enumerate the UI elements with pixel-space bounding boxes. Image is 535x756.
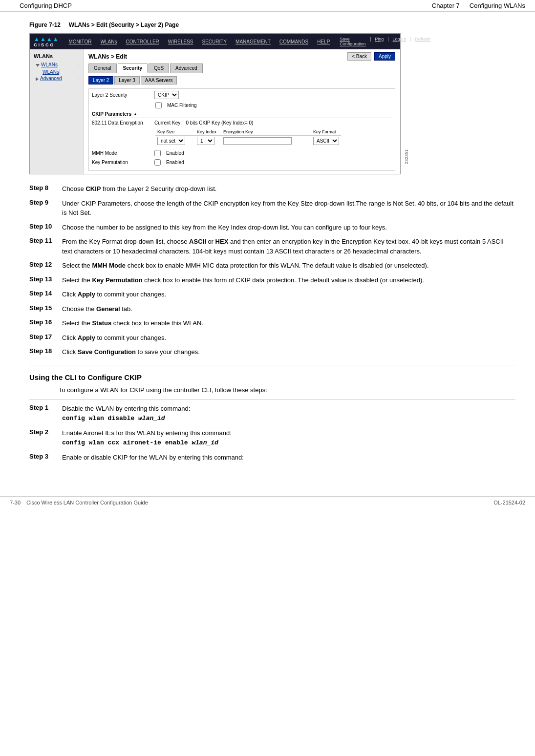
ss-form: Layer 2 Security CKIP MAC Filtering CKIP…: [88, 88, 395, 171]
cli-heading: Using the CLI to Configure CKIP: [29, 373, 515, 381]
save-config-link[interactable]: Save Configuration: [340, 37, 366, 46]
tab-security[interactable]: Security: [118, 63, 148, 73]
nav-wlans[interactable]: WLANs: [99, 38, 119, 45]
chapter-label: Chapter 7: [432, 2, 460, 9]
data-encryption-label: 802.11 Data Encryption: [92, 120, 150, 126]
key-index-header: Key Index: [187, 128, 218, 136]
step-10-label: Step 10: [29, 223, 56, 230]
key-format-header: Key Format: [294, 128, 341, 136]
key-format-select[interactable]: ASCII HEX: [313, 137, 339, 145]
steps-section: Step 8 Choose CKIP from the Layer 2 Secu…: [29, 184, 515, 357]
cli-step-1: Step 1 Disable the WLAN by entering this…: [29, 404, 515, 423]
cli-step-1-label: Step 1: [29, 404, 56, 411]
nav-monitor[interactable]: MONITOR: [67, 38, 94, 45]
nav-help[interactable]: HELP: [315, 38, 332, 45]
mac-filtering-checkbox[interactable]: [155, 102, 162, 108]
back-button[interactable]: < Back: [347, 52, 371, 61]
sidebar-item-advanced[interactable]: Advanced: [40, 76, 79, 81]
cli-step-3-text: Enable or disable CKIP for the WLAN by e…: [62, 453, 515, 462]
ss-inner-tabs: Layer 2 Layer 3 AAA Servers: [88, 76, 395, 84]
sidebar-item-wlans[interactable]: WLANs: [41, 62, 79, 67]
key-permutation-enabled-label: Enabled: [166, 160, 184, 165]
step-8-text: Choose CKIP from the Layer 2 Security dr…: [62, 184, 515, 194]
key-size-select[interactable]: not set: [157, 137, 185, 145]
step-11-text: From the Key Format drop-down list, choo…: [62, 237, 515, 256]
encryption-key-input[interactable]: [223, 137, 292, 145]
step-13-label: Step 13: [29, 275, 56, 283]
key-index-cell: 1: [187, 136, 218, 147]
step-13: Step 13 Select the Key Permutation check…: [29, 275, 515, 285]
step-14-text: Click Apply to commit your changes.: [62, 290, 515, 299]
ckip-params-help-icon[interactable]: ▲: [133, 112, 137, 116]
footer-right: OL-21524-02: [493, 500, 525, 505]
step-8-label: Step 8: [29, 184, 56, 191]
inner-tab-aaa[interactable]: AAA Servers: [141, 76, 177, 84]
step-14-label: Step 14: [29, 290, 56, 297]
step-9-text: Under CKIP Parameters, choose the length…: [62, 199, 515, 218]
current-key-info: Current Key: 0 bits CKIP Key (Key Index=…: [154, 120, 253, 126]
cli-step-2-text: Enable Aironet IEs for this WLAN by ente…: [62, 428, 515, 448]
step-9: Step 9 Under CKIP Parameters, choose the…: [29, 199, 515, 218]
step-8: Step 8 Choose CKIP from the Layer 2 Secu…: [29, 184, 515, 194]
layer2-security-label: Layer 2 Security: [92, 92, 150, 98]
figure-caption: Figure 7-12 WLANs > Edit (Security > Lay…: [29, 21, 515, 28]
nav-controller[interactable]: CONTROLLER: [124, 38, 161, 45]
step-17: Step 17 Click Apply to commit your chang…: [29, 333, 515, 343]
key-permutation-label: Key Permutation: [92, 160, 150, 165]
key-permutation-checkbox[interactable]: [154, 159, 161, 166]
cli-section: Using the CLI to Configure CKIP To confi…: [29, 373, 515, 462]
mmh-mode-label: MMH Mode: [92, 150, 150, 156]
ss-content: WLANs WLANs WLANs Advanced: [30, 49, 400, 174]
cisco-logo: ▲▲▲▲ CISCO: [34, 36, 59, 47]
inner-tab-layer2[interactable]: Layer 2: [88, 76, 113, 84]
refresh-link[interactable]: Refresh: [415, 37, 430, 46]
step-14: Step 14 Click Apply to commit your chang…: [29, 290, 515, 299]
chapter-title: Configuring WLANs: [470, 2, 525, 9]
ping-link[interactable]: Ping: [375, 37, 384, 46]
layer2-security-select[interactable]: CKIP: [154, 91, 179, 99]
ckip-params-title: CKIP Parameters ▲: [92, 111, 392, 118]
tab-general[interactable]: General: [88, 63, 117, 73]
encryption-key-header: Encryption Key: [218, 128, 294, 136]
step-15: Step 15 Choose the General tab.: [29, 304, 515, 314]
cli-step-2-label: Step 2: [29, 428, 56, 436]
step-18-label: Step 18: [29, 347, 56, 355]
tab-qos[interactable]: QoS: [149, 63, 169, 73]
key-size-cell: not set: [155, 136, 187, 147]
nav-wireless[interactable]: WIRELESS: [166, 38, 195, 45]
step-18: Step 18 Click Save Configuration to save…: [29, 347, 515, 357]
section-divider: [29, 365, 515, 365]
logout-link[interactable]: Logout: [393, 37, 407, 46]
mac-filtering-row: MAC Filtering: [155, 102, 392, 108]
sidebar-item-wlans-sub[interactable]: WLANs: [43, 69, 60, 75]
breadcrumb-left: Configuring DHCP: [20, 2, 72, 9]
key-table-row: not set 1: [155, 136, 341, 147]
step-15-text: Choose the General tab.: [62, 304, 515, 314]
step-16-text: Select the Status check box to enable th…: [62, 318, 515, 328]
step-12-label: Step 12: [29, 261, 56, 268]
nav-right: Save Configuration | Ping | Logout | Ref…: [340, 37, 430, 46]
key-size-header: Key Size: [155, 128, 187, 136]
mmh-enabled-label: Enabled: [166, 150, 184, 156]
mac-filtering-label: MAC Filtering: [167, 103, 197, 108]
wlans-expand-icon: [36, 64, 40, 67]
cisco-nav: ▲▲▲▲ CISCO MONITOR WLANs CONTROLLER WIRE…: [30, 34, 400, 49]
page-footer: 7-30 Cisco Wireless LAN Controller Confi…: [0, 496, 535, 508]
mmh-mode-checkbox[interactable]: [154, 150, 161, 156]
footer-guide-title: Cisco Wireless LAN Controller Configurat…: [26, 500, 148, 505]
nav-commands[interactable]: COMMANDS: [278, 38, 310, 45]
cli-divider: [29, 399, 515, 400]
step-12: Step 12 Select the MMH Mode check box to…: [29, 261, 515, 271]
nav-security[interactable]: SECURITY: [200, 38, 229, 45]
step-11-label: Step 11: [29, 237, 56, 244]
advanced-expand-icon: [36, 77, 39, 81]
layer2-security-row: Layer 2 Security CKIP: [92, 91, 392, 99]
nav-management[interactable]: MANAGEMENT: [234, 38, 273, 45]
tab-advanced[interactable]: Advanced: [170, 63, 202, 73]
apply-button[interactable]: Apply: [374, 52, 395, 61]
key-index-select[interactable]: 1: [197, 137, 214, 145]
inner-tab-layer3[interactable]: Layer 3: [114, 76, 139, 84]
cli-intro: To configure a WLAN for CKIP using the c…: [29, 386, 515, 394]
step-17-text: Click Apply to commit your changes.: [62, 333, 515, 343]
key-format-cell: ASCII HEX: [294, 136, 341, 147]
